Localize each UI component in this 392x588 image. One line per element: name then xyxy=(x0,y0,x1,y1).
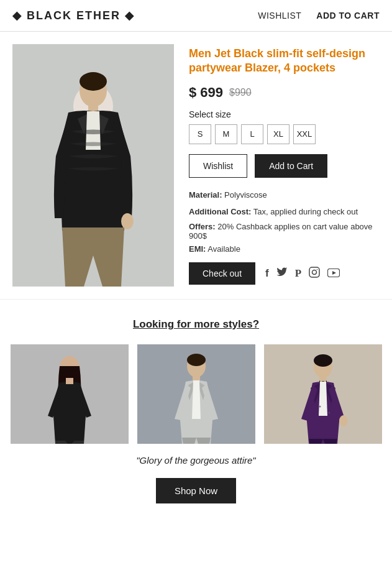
wishlist-button[interactable]: Wishlist xyxy=(189,154,247,178)
nav-wishlist[interactable]: WISHLIST xyxy=(258,11,301,21)
material-value: Polyviscose xyxy=(224,190,267,200)
style-card-1-image xyxy=(11,344,129,444)
svg-point-8 xyxy=(312,270,317,274)
youtube-icon[interactable] xyxy=(327,267,340,280)
style-card-3[interactable] xyxy=(264,344,382,444)
additional-cost-info: Additional Cost: Tax, applied during che… xyxy=(189,206,380,219)
svg-point-9 xyxy=(317,269,318,270)
style-grid xyxy=(12,344,380,444)
nav-add-to-cart[interactable]: ADD TO CART xyxy=(316,11,380,21)
style-card-2[interactable] xyxy=(137,344,255,444)
emi-label: EMI: xyxy=(189,244,206,254)
more-styles-title: Looking for more styles? xyxy=(12,318,380,331)
style-card-1[interactable] xyxy=(11,344,129,444)
shop-now-button[interactable]: Shop Now xyxy=(156,478,236,503)
pinterest-icon[interactable]: P xyxy=(295,267,301,280)
size-l[interactable]: L xyxy=(241,124,263,144)
additional-cost-value: Tax, applied during check out xyxy=(253,207,358,216)
twitter-icon[interactable] xyxy=(276,267,288,280)
offers-label: Offers: xyxy=(189,222,216,231)
svg-point-21 xyxy=(314,354,332,367)
emi-value: Available xyxy=(207,244,240,254)
price-row: $ 699 $990 xyxy=(189,85,380,101)
material-label: Material: xyxy=(189,190,222,200)
offers-value: 20% Cashback applies on cart value above… xyxy=(189,222,373,241)
product-image-svg xyxy=(12,44,174,287)
product-section: Men Jet Black slim-fit self-design party… xyxy=(0,32,392,300)
offers-info: Offers: 20% Cashback applies on cart val… xyxy=(189,222,380,241)
instagram-icon[interactable] xyxy=(309,267,320,281)
price-original: $990 xyxy=(229,87,252,98)
product-title: Men Jet Black slim-fit self-design party… xyxy=(189,47,380,76)
more-styles-section: Looking for more styles? xyxy=(0,300,392,522)
size-label: Select size xyxy=(189,109,380,119)
product-details: Men Jet Black slim-fit self-design party… xyxy=(189,44,380,287)
add-to-cart-button[interactable]: Add to Cart xyxy=(255,154,327,178)
svg-marker-11 xyxy=(332,271,336,275)
svg-point-6 xyxy=(121,213,134,229)
svg-rect-14 xyxy=(66,378,73,384)
svg-point-4 xyxy=(80,72,107,91)
price-current: $ 699 xyxy=(189,85,223,101)
svg-point-25 xyxy=(319,406,321,408)
header-nav: WISHLIST ADD TO CART xyxy=(258,11,380,21)
product-image xyxy=(12,44,174,287)
svg-point-28 xyxy=(339,415,348,426)
svg-point-17 xyxy=(187,354,206,366)
additional-cost-label: Additional Cost: xyxy=(189,207,251,216)
facebook-icon[interactable]: f xyxy=(265,267,269,280)
svg-point-27 xyxy=(328,412,330,414)
style-card-3-image xyxy=(264,344,382,444)
checkout-button[interactable]: Check out xyxy=(189,262,255,285)
bottom-row: Check out f P xyxy=(189,262,380,285)
action-buttons: Wishlist Add to Cart xyxy=(189,154,380,178)
social-icons: f P xyxy=(265,267,340,281)
logo: ◆ BLACK ETHER ◆ xyxy=(12,9,135,22)
size-xxl[interactable]: XXL xyxy=(293,124,316,144)
size-options: S M L XL XXL xyxy=(189,124,380,144)
svg-rect-7 xyxy=(309,267,319,277)
tagline: "Glory of the gorgeous attire" xyxy=(12,455,380,466)
style-card-2-image xyxy=(137,344,255,444)
emi-info: EMI: Available xyxy=(189,244,380,254)
size-m[interactable]: M xyxy=(215,124,237,144)
header: ◆ BLACK ETHER ◆ WISHLIST ADD TO CART xyxy=(0,0,392,32)
material-info: Material: Polyviscose xyxy=(189,189,380,202)
size-s[interactable]: S xyxy=(189,124,211,144)
size-xl[interactable]: XL xyxy=(267,124,289,144)
